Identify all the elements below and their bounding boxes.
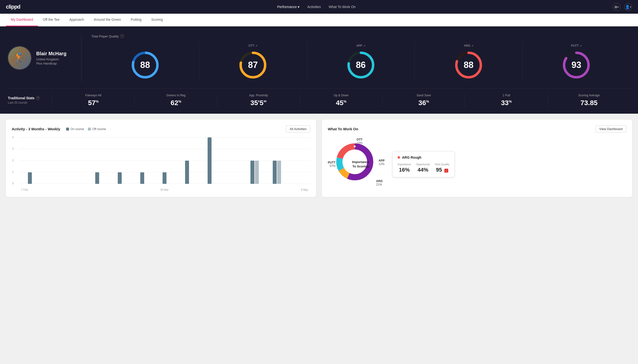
nav-activities[interactable]: Activities <box>307 5 321 9</box>
tooltip-badge: ↓ <box>444 169 448 172</box>
tooltip-metrics: Importance 16% Opportunity 44% Shot Qual… <box>397 163 450 173</box>
donut-putt: 93 <box>562 50 591 80</box>
tooltip-opportunity-value: 44% <box>416 167 430 173</box>
tab-scoring[interactable]: Scoring <box>146 14 168 26</box>
stat-sandsave: Sand Save 36% <box>382 94 465 107</box>
trad-sublabel: Last 20 rounds <box>8 101 52 104</box>
donut-arg: 88 <box>454 50 483 80</box>
tooltip-importance-label: Importance <box>397 163 411 166</box>
total-quality-section: Total Player Quality ? 88 <box>91 34 630 82</box>
activity-card-header: Activity - 3 Months - Weekly On course O… <box>12 126 310 132</box>
bar-on-0[interactable] <box>28 172 32 184</box>
nav-what-to-work-on[interactable]: What To Work On <box>329 5 356 9</box>
arrow-icon-arg: ↗ <box>471 44 473 47</box>
trad-label-section: Traditional Stats ? Last 20 rounds <box>8 96 52 104</box>
arrow-icon-ott: ↗ <box>255 44 257 47</box>
bar-on-8[interactable] <box>207 138 211 184</box>
tooltip-card: ARG Rough Importance 16% Opportunity 44%… <box>392 151 455 177</box>
quality-circle-putt: PUTT ↗ 93 <box>523 42 630 82</box>
stat-fairways-label: Fairways Hit <box>56 94 130 97</box>
player-handicap: Plus Handicap <box>36 62 66 65</box>
hero-section: 🏌️ Blair McHarg United Kingdom Plus Hand… <box>0 26 638 114</box>
circle-label-app: APP ↗ <box>356 44 365 48</box>
stat-fairways: Fairways Hit 57% <box>52 94 134 107</box>
bar-group-3 <box>86 138 108 184</box>
trad-label: Traditional Stats ? <box>8 96 52 100</box>
all-activities-button[interactable]: All Activities <box>286 126 310 132</box>
bar-group-8 <box>199 138 220 184</box>
chevron-down-icon: ▾ <box>298 5 299 9</box>
bar-group-9 <box>221 138 243 184</box>
player-name: Blair McHarg <box>36 51 66 56</box>
tab-bar: My Dashboard Off the Tee Approach Around… <box>0 14 638 26</box>
wtwo-content: PUTT 57% OTT 10% APP 12% ARG 21% <box>328 138 626 191</box>
stat-oneputt-label: 1 Putt <box>469 94 543 97</box>
legend-off-course: Off course <box>88 127 106 131</box>
tab-approach[interactable]: Approach <box>64 14 89 26</box>
bottom-section: Activity - 3 Months - Weekly On course O… <box>0 114 638 203</box>
bar-on-5[interactable] <box>140 172 144 184</box>
quality-circle-app: APP ↗ 86 <box>307 42 415 82</box>
logo[interactable]: clippd <box>6 4 20 10</box>
stat-fairways-value: 57% <box>56 99 130 107</box>
quality-circle-ott: OTT ↗ 87 <box>199 42 307 82</box>
stat-proximity-value: 35'5" <box>221 99 296 107</box>
what-to-work-card: What To Work On View Dashboard PUTT 57% … <box>322 120 632 197</box>
user-icon: 👤 <box>625 5 630 9</box>
user-menu-button[interactable]: 👤 ▾ <box>624 3 632 11</box>
arrow-icon-app: ↗ <box>363 44 365 47</box>
circle-label-overall <box>145 44 145 48</box>
chart-legend: On course Off course <box>66 127 106 131</box>
tab-putting[interactable]: Putting <box>126 14 146 26</box>
tab-around-the-green[interactable]: Around the Green <box>89 14 126 26</box>
svg-point-16 <box>354 146 355 147</box>
bar-group-11 <box>266 138 288 184</box>
avatar: 🏌️ <box>8 46 31 70</box>
tab-off-the-tee[interactable]: Off the Tee <box>38 14 64 26</box>
stat-scoring-value: 73.85 <box>552 99 626 107</box>
bar-group-12 <box>289 138 310 184</box>
bar-on-4[interactable] <box>118 172 122 184</box>
legend-on-course: On course <box>66 127 84 131</box>
bar-group-2 <box>64 138 86 184</box>
avatar-image: 🏌️ <box>8 47 31 69</box>
bar-on-11[interactable] <box>273 160 277 184</box>
section-divider <box>81 34 82 82</box>
tooltip-opportunity: Opportunity 44% <box>416 163 430 173</box>
quality-circle-arg: ARG ↗ 88 <box>415 42 522 82</box>
nav-performance[interactable]: Performance ▾ <box>277 5 299 9</box>
quality-circle-overall: 88 <box>91 42 199 82</box>
bar-off-10[interactable] <box>255 160 259 184</box>
donut-ott: 87 <box>238 50 268 80</box>
activity-card: Activity - 3 Months - Weekly On course O… <box>6 120 316 197</box>
stat-sandsave-label: Sand Save <box>386 94 461 97</box>
plus-icon: ⊕ <box>614 5 617 9</box>
wtwo-header: What To Work On View Dashboard <box>328 126 626 132</box>
stat-scoring: Scoring Average 73.85 <box>548 94 630 107</box>
bar-group-7 <box>176 138 198 184</box>
donut-value-putt: 93 <box>571 60 581 70</box>
donut-value-app: 86 <box>356 60 365 70</box>
bar-on-10[interactable] <box>251 160 254 184</box>
quality-circles: 88 OTT ↗ 87 <box>91 42 630 82</box>
donut-center-label: Importance To Scoring <box>352 160 369 169</box>
arrow-icon-putt: ↗ <box>580 44 582 47</box>
bars-container <box>19 138 310 184</box>
add-button[interactable]: ⊕ ▾ <box>612 3 620 11</box>
stat-updown-value: 45% <box>304 99 378 107</box>
stat-greens: Greens In Reg 62% <box>134 94 217 107</box>
bar-on-6[interactable] <box>162 172 166 184</box>
stat-scoring-label: Scoring Average <box>552 94 626 97</box>
player-info: Blair McHarg United Kingdom Plus Handica… <box>36 51 66 65</box>
tab-my-dashboard[interactable]: My Dashboard <box>6 14 38 26</box>
bar-off-11[interactable] <box>277 160 281 184</box>
help-icon[interactable]: ? <box>120 34 124 38</box>
bar-on-7[interactable] <box>185 160 189 184</box>
help-icon-trad[interactable]: ? <box>36 96 40 100</box>
view-dashboard-button[interactable]: View Dashboard <box>596 126 626 132</box>
bar-on-3[interactable] <box>95 172 99 184</box>
tooltip-color-dot <box>397 156 400 159</box>
top-nav: clippd Performance ▾ Activities What To … <box>0 0 638 14</box>
tooltip-title: ARG Rough <box>397 156 450 160</box>
nav-icons: ⊕ ▾ 👤 ▾ <box>612 3 632 11</box>
